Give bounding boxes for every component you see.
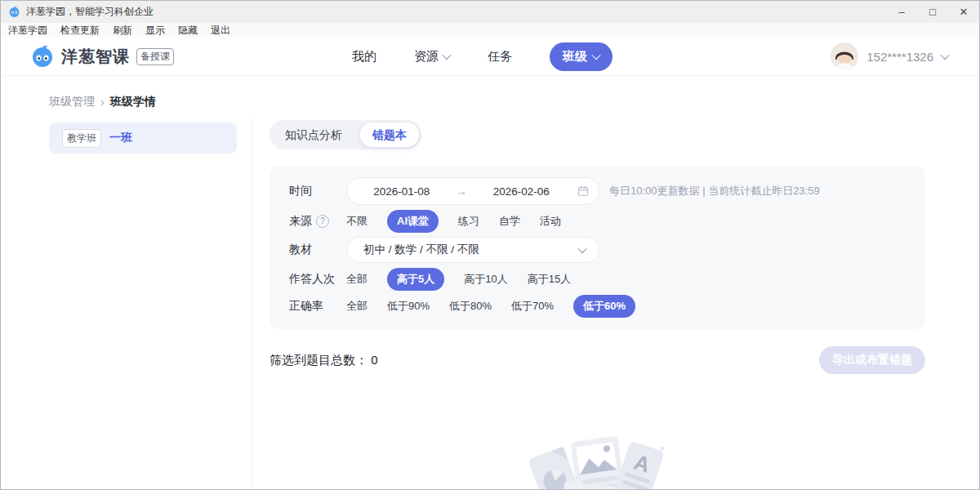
menu-item-exit[interactable]: 退出 <box>211 24 230 38</box>
nav-resources-label: 资源 <box>414 49 439 65</box>
filter-row-answer-count: 作答人次 全部 高于5人 高于10人 高于15人 <box>289 268 906 291</box>
menu-bar: 洋葱学园 检查更新 刷新 显示 隐藏 退出 <box>1 23 979 38</box>
answers-option-over-5[interactable]: 高于5人 <box>387 268 444 291</box>
menu-item-show[interactable]: 显示 <box>145 24 165 38</box>
app-header: 洋葱智课 备授课 我的 资源 任务 班级 152****1326 <box>1 38 979 76</box>
breadcrumb-class-management[interactable]: 班级管理 <box>49 95 95 109</box>
breadcrumb-separator: › <box>100 96 105 109</box>
answer-count-options: 全部 高于5人 高于10人 高于15人 <box>346 268 571 291</box>
menu-item-hide[interactable]: 隐藏 <box>178 24 198 38</box>
filter-row-source: 来源 ? 不限 AI课堂 练习 自学 活动 <box>289 210 906 233</box>
chevron-down-icon <box>591 51 600 60</box>
app-name: 洋葱智课 <box>61 46 130 68</box>
chevron-down-icon <box>442 51 451 60</box>
accuracy-option-below-90[interactable]: 低于90% <box>387 299 430 314</box>
accuracy-label: 正确率 <box>289 299 346 314</box>
nav-classes[interactable]: 班级 <box>550 42 612 71</box>
nav-classes-label: 班级 <box>563 49 587 65</box>
user-menu[interactable]: 152****1326 <box>831 42 948 70</box>
nav-resources[interactable]: 资源 <box>414 49 450 65</box>
result-summary-label: 筛选到题目总数： <box>270 353 368 367</box>
result-count: 0 <box>371 353 377 367</box>
start-date[interactable]: 2026-01-08 <box>347 185 457 198</box>
os-titlebar: 洋葱学园，智能学习科创企业 – □ ✕ <box>1 1 979 23</box>
class-type-badge: 教学班 <box>62 129 101 148</box>
textbook-select[interactable]: 初中 / 数学 / 不限 / 不限 <box>346 237 599 263</box>
user-phone: 152****1326 <box>866 50 933 64</box>
result-row: 筛选到题目总数： 0 导出或布置错题 <box>270 346 925 374</box>
app-icon <box>8 6 20 18</box>
main-nav: 我的 资源 任务 班级 <box>352 38 612 75</box>
help-icon[interactable]: ? <box>316 215 329 228</box>
end-date[interactable]: 2026-02-06 <box>467 185 577 198</box>
app-mode-badge: 备授课 <box>136 48 174 65</box>
tab-wrong-question-book[interactable]: 错题本 <box>360 122 419 147</box>
breadcrumb-current: 班级学情 <box>110 95 156 109</box>
date-range-picker[interactable]: 2026-01-08 → 2026-02-06 <box>346 177 599 205</box>
sidebar-class-item[interactable]: 教学班 一班 <box>49 122 237 154</box>
chevron-down-icon <box>940 51 949 60</box>
calendar-icon <box>577 185 589 197</box>
export-or-assign-button[interactable]: 导出或布置错题 <box>819 346 925 374</box>
source-option-ai-class[interactable]: AI课堂 <box>387 210 439 233</box>
arrow-right-icon: → <box>457 185 467 198</box>
filter-row-time: 时间 2026-01-08 → 2026-02-06 每日10:00更新数据 |… <box>289 177 906 205</box>
maximize-button[interactable]: □ <box>917 1 948 23</box>
menu-item-refresh[interactable]: 刷新 <box>113 24 132 38</box>
source-options: 不限 AI课堂 练习 自学 活动 <box>346 210 561 233</box>
window-title: 洋葱学园，智能学习科创企业 <box>26 5 154 19</box>
filter-panel: 时间 2026-01-08 → 2026-02-06 每日10:00更新数据 |… <box>270 166 925 329</box>
close-button[interactable]: ✕ <box>948 1 979 23</box>
source-label-text: 来源 <box>289 214 312 229</box>
breadcrumb: 班级管理 › 班级学情 <box>49 95 156 109</box>
menu-item-check-update[interactable]: 检查更新 <box>60 24 100 38</box>
filter-row-accuracy: 正确率 全部 低于90% 低于80% 低于70% 低于60% <box>289 295 906 318</box>
source-option-practice[interactable]: 练习 <box>458 214 479 229</box>
source-label: 来源 ? <box>289 214 346 229</box>
app-logo[interactable]: 洋葱智课 备授课 <box>30 44 174 69</box>
answers-option-over-15[interactable]: 高于15人 <box>528 272 571 287</box>
textbook-value: 初中 / 数学 / 不限 / 不限 <box>363 243 479 257</box>
accuracy-option-all[interactable]: 全部 <box>346 299 368 314</box>
accuracy-option-below-70[interactable]: 低于70% <box>511 299 554 314</box>
minimize-button[interactable]: – <box>886 1 917 23</box>
accuracy-options: 全部 低于90% 低于80% 低于70% 低于60% <box>346 295 635 318</box>
class-name: 一班 <box>109 131 132 145</box>
answer-count-label: 作答人次 <box>289 272 346 287</box>
source-option-activity[interactable]: 活动 <box>540 214 561 229</box>
time-label: 时间 <box>289 184 346 198</box>
accuracy-option-below-60[interactable]: 低于60% <box>573 295 635 318</box>
menu-item-app[interactable]: 洋葱学园 <box>8 24 47 38</box>
answers-option-over-10[interactable]: 高于10人 <box>464 272 507 287</box>
empty-state-illustration: A <box>517 430 680 490</box>
sidebar-divider <box>252 118 252 489</box>
chevron-down-icon <box>577 244 586 253</box>
tab-bar: 知识点分析 错题本 <box>270 120 421 149</box>
avatar <box>831 42 858 70</box>
update-note: 每日10:00更新数据 | 当前统计截止昨日23:59 <box>609 184 820 198</box>
textbook-label: 教材 <box>289 243 346 257</box>
source-option-self-study[interactable]: 自学 <box>499 214 520 229</box>
nav-mine[interactable]: 我的 <box>352 49 376 65</box>
source-option-unlimited[interactable]: 不限 <box>346 214 368 229</box>
result-summary: 筛选到题目总数： 0 <box>270 353 378 368</box>
onion-mascot-icon <box>30 44 55 69</box>
main-content: 知识点分析 错题本 时间 2026-01-08 → 2026-02-06 <box>270 120 925 374</box>
filter-row-textbook: 教材 初中 / 数学 / 不限 / 不限 <box>289 237 906 263</box>
answers-option-all[interactable]: 全部 <box>346 272 368 287</box>
tab-knowledge-analysis[interactable]: 知识点分析 <box>270 120 358 149</box>
accuracy-option-below-80[interactable]: 低于80% <box>449 299 492 314</box>
nav-tasks[interactable]: 任务 <box>488 49 512 65</box>
